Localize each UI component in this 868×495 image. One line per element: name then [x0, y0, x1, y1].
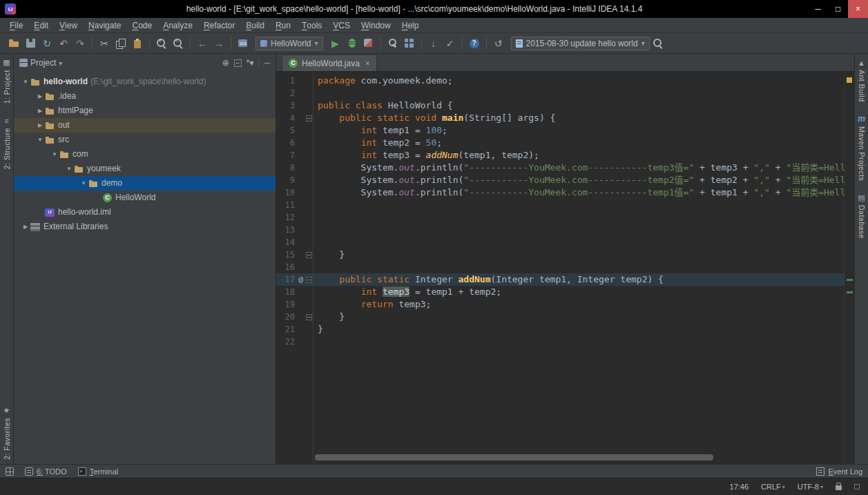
tree-item-src[interactable]: ▼src	[14, 133, 276, 147]
code-line-20[interactable]: 20− }	[276, 311, 845, 323]
paste-icon[interactable]	[130, 36, 145, 51]
menu-analyze[interactable]: Analyze	[157, 18, 198, 32]
code-line-21[interactable]: 21}	[276, 323, 845, 336]
tree-item-demo[interactable]: ▼demo	[14, 176, 276, 191]
code-line-8[interactable]: 8 System.out.println("-----------YouMeek…	[276, 162, 845, 174]
code-line-3[interactable]: 3public class HelloWorld {	[276, 99, 845, 112]
menu-edit[interactable]: Edit	[28, 18, 54, 32]
fold-marker-icon[interactable]: −	[305, 252, 314, 258]
debug-icon[interactable]	[345, 36, 360, 51]
toolwindow-button-database[interactable]: ▤Database	[857, 193, 866, 239]
back-icon[interactable]: ←	[195, 36, 210, 51]
todo-button[interactable]: 6: TODO	[25, 467, 67, 476]
maximize-button[interactable]: □	[828, 0, 848, 18]
menu-build[interactable]: Build	[240, 18, 270, 32]
chevron-down-icon[interactable]: ▾	[59, 59, 62, 67]
save-all-icon[interactable]	[23, 36, 38, 51]
zoom-out-icon[interactable]: −	[171, 36, 186, 51]
menu-help[interactable]: Help	[396, 18, 425, 32]
code-line-6[interactable]: 6 int temp2 = 50;	[276, 137, 845, 149]
toolwindow-button-2-structure[interactable]: ≡2: Structure	[2, 116, 11, 169]
locate-icon[interactable]: ⊕	[222, 59, 229, 67]
titlebar[interactable]: IJ hello-world - [E:\git_work_space\hell…	[0, 0, 868, 18]
code-line-18[interactable]: 18 int temp3 = temp1 + temp2;	[276, 286, 845, 298]
expand-arrow-icon[interactable]: ▶	[35, 89, 45, 104]
menu-view[interactable]: View	[54, 18, 83, 32]
code-line-5[interactable]: 5 int temp1 = 100;	[276, 124, 845, 137]
expand-arrow-icon[interactable]: ▶	[35, 118, 45, 133]
code-line-12[interactable]: 12	[276, 211, 845, 224]
collapse-all-icon[interactable]: −	[234, 59, 242, 67]
update-project-icon[interactable]: ↓	[426, 36, 441, 51]
copy-icon[interactable]	[113, 36, 128, 51]
error-stripe[interactable]	[845, 72, 854, 464]
terminal-button[interactable]: Terminal	[78, 467, 119, 476]
code-line-19[interactable]: 19 return temp3;	[276, 298, 845, 311]
tree-item-out[interactable]: ▶out	[14, 118, 276, 133]
code-line-13[interactable]: 13	[276, 224, 845, 236]
tree-item-htmlpage[interactable]: ▶htmlPage	[14, 104, 276, 118]
code-line-10[interactable]: 10 System.out.println("-----------YouMee…	[276, 186, 845, 199]
close-button[interactable]: ×	[848, 0, 868, 18]
code-line-2[interactable]: 2	[276, 87, 845, 99]
event-log-button[interactable]: Event Log	[816, 467, 862, 476]
expand-arrow-icon[interactable]: ▼	[35, 133, 45, 147]
menu-vcs[interactable]: VCS	[327, 18, 356, 32]
menu-tools[interactable]: Tools	[296, 18, 327, 32]
tab-helloworld-java[interactable]: C HelloWorld.java ×	[282, 55, 377, 71]
code-line-11[interactable]: 11	[276, 199, 845, 211]
menu-window[interactable]: Window	[356, 18, 396, 32]
expand-arrow-icon[interactable]: ▶	[35, 104, 45, 118]
menu-run[interactable]: Run	[270, 18, 296, 32]
expand-arrow-icon[interactable]: ▼	[79, 176, 88, 191]
tree-item-helloworld[interactable]: CHelloWorld	[14, 191, 276, 205]
project-panel-title[interactable]: Project	[30, 58, 56, 68]
inspection-marker[interactable]	[847, 77, 852, 83]
settings-gear-icon[interactable]: *▾	[247, 59, 254, 67]
code-editor[interactable]: 1package com.youmeek.demo;23public class…	[276, 72, 854, 464]
code-line-22[interactable]: 22	[276, 336, 845, 348]
expand-arrow-icon[interactable]: ▶	[21, 220, 30, 234]
caret-position-widget[interactable]: 17:46	[730, 483, 749, 491]
project-structure-icon[interactable]	[402, 36, 417, 51]
forward-icon[interactable]: →	[211, 36, 226, 51]
expand-arrow-icon[interactable]: ▼	[64, 162, 74, 176]
tree-item-idea[interactable]: ▶.idea	[14, 89, 276, 104]
close-icon[interactable]: ×	[365, 59, 370, 68]
undo-icon[interactable]: ↶	[56, 36, 71, 51]
code-line-17[interactable]: 17@− public static Integer addNum(Intege…	[276, 273, 845, 286]
tree-item-youmeek[interactable]: ▼youmeek	[14, 162, 276, 176]
search-everywhere-icon[interactable]	[650, 36, 666, 51]
vcs-message-combo[interactable]: 2015-08-30 update hello world▾	[511, 37, 650, 50]
line-separator-widget[interactable]: CRLF ▾	[761, 483, 785, 491]
fold-marker-icon[interactable]: −	[305, 314, 314, 320]
code-line-4[interactable]: 4− public static void main(String[] args…	[276, 112, 845, 124]
tree-item-com[interactable]: ▼com	[14, 147, 276, 162]
redo-icon[interactable]: ↷	[73, 36, 88, 51]
expand-arrow-icon[interactable]: ▼	[21, 75, 30, 89]
synchronize-icon[interactable]: ↻	[39, 36, 55, 51]
toolwindow-switcher-icon[interactable]	[6, 467, 14, 476]
encoding-widget[interactable]: UTF-8 ▾	[798, 483, 823, 491]
minimize-button[interactable]: ─	[808, 0, 828, 18]
expand-arrow-icon[interactable]: ▼	[50, 147, 59, 162]
toolwindow-button-ant-build[interactable]: ▲Ant Build	[857, 58, 866, 102]
code-line-14[interactable]: 14	[276, 236, 845, 249]
menu-code[interactable]: Code	[126, 18, 157, 32]
commit-changes-icon[interactable]: ✓	[443, 36, 458, 51]
run-button[interactable]: ▶	[328, 36, 343, 51]
code-line-16[interactable]: 16	[276, 261, 845, 273]
coverage-icon[interactable]	[361, 36, 376, 51]
toolwindow-button-1-project[interactable]: ▦1: Project	[2, 58, 11, 104]
fold-marker-icon[interactable]: −	[305, 277, 314, 283]
vcs-change-marker[interactable]	[847, 291, 853, 293]
help-icon[interactable]	[467, 36, 482, 51]
run-configuration-combo[interactable]: HelloWorld▾	[255, 37, 323, 50]
scrollbar-thumb[interactable]	[315, 454, 713, 460]
open-icon[interactable]	[6, 36, 21, 51]
code-line-15[interactable]: 15− }	[276, 249, 845, 261]
cut-icon[interactable]: ✂	[97, 36, 112, 51]
toolwindow-button-maven-projects[interactable]: mMaven Projects	[857, 115, 866, 181]
code-line-1[interactable]: 1package com.youmeek.demo;	[276, 75, 845, 87]
make-project-icon[interactable]	[235, 36, 251, 51]
